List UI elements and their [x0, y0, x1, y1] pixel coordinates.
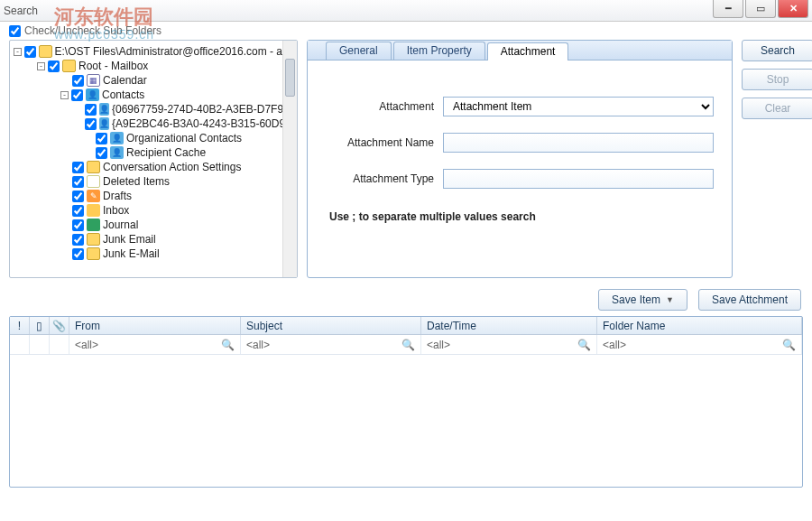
action-buttons: Search Stop Clear	[742, 40, 812, 278]
tree-check[interactable]	[72, 234, 84, 246]
attachment-select[interactable]: Attachment Item	[443, 97, 714, 116]
attachment-name-input[interactable]	[443, 133, 714, 153]
tree-label: Journal	[103, 218, 138, 232]
close-button[interactable]: ✕	[778, 0, 808, 18]
attachment-form: Attachment Attachment Item Attachment Na…	[308, 60, 732, 232]
col-subject[interactable]: Subject	[241, 317, 421, 334]
tab-item-property[interactable]: Item Property	[393, 42, 485, 60]
filter-from[interactable]: <all>🔍	[69, 335, 241, 354]
search-icon: 🔍	[782, 339, 796, 351]
search-icon: 🔍	[401, 339, 415, 351]
check-sub-folders-label: Check/Uncheck Sub Folders	[24, 24, 161, 37]
paperclip-icon: 📎	[52, 320, 66, 332]
flag-icon: ▯	[36, 320, 42, 332]
tree-label: Junk E-Mail	[103, 247, 160, 261]
col-attachment[interactable]: 📎	[50, 317, 69, 334]
tree-label: Organizational Contacts	[126, 131, 242, 145]
col-flag[interactable]: ▯	[30, 317, 50, 334]
tree-check[interactable]	[96, 147, 107, 159]
deleted-icon: ✦	[87, 175, 100, 188]
grid-header: ! ▯ 📎 From Subject Date/Time Folder Name	[10, 317, 802, 335]
person-icon: 👤	[99, 117, 109, 130]
window-buttons: ━ ▭ ✕	[713, 0, 808, 18]
tab-bar: General Item Property Attachment	[308, 41, 732, 60]
save-attachment-button[interactable]: Save Attchment	[698, 289, 801, 311]
tree-check[interactable]	[72, 75, 84, 87]
maximize-button[interactable]: ▭	[745, 0, 776, 18]
tree-label: Recipient Cache	[126, 145, 206, 160]
person-icon: 👤	[110, 146, 124, 159]
stop-button[interactable]: Stop	[742, 69, 812, 90]
title-bar: Search ━ ▭ ✕	[0, 0, 812, 22]
tree-scrollbar[interactable]	[282, 41, 297, 277]
contacts-icon: 👤	[86, 88, 99, 101]
filter-folder[interactable]: <all>🔍	[597, 335, 802, 354]
filter-date[interactable]: <all>🔍	[421, 335, 597, 354]
folder-tree[interactable]: -E:\OST Files\Administrator@office2016.c…	[10, 41, 282, 277]
attachment-type-input[interactable]	[443, 169, 714, 189]
journal-icon	[87, 219, 100, 231]
person-icon: 👤	[99, 103, 109, 116]
tree-check[interactable]	[72, 176, 84, 188]
folder-icon	[87, 233, 100, 246]
hint-text: Use ; to separate multiple values search	[326, 205, 714, 223]
chevron-down-icon: ▼	[666, 290, 674, 310]
save-buttons-row: Save Item▼ Save Attchment	[0, 284, 812, 316]
attachment-name-label: Attachment Name	[326, 136, 434, 149]
clear-button[interactable]: Clear	[742, 98, 812, 119]
tree-check[interactable]	[72, 191, 84, 202]
folder-icon	[87, 247, 100, 260]
tree-root-label: E:\OST Files\Administrator@office2016.co…	[55, 44, 283, 59]
tree-label: {06967759-274D-40B2-A3EB-D7F9	[112, 102, 282, 116]
tree-check[interactable]	[24, 46, 36, 58]
tree-check[interactable]	[72, 248, 84, 260]
sub-toolbar: Check/Uncheck Sub Folders	[0, 22, 812, 40]
tree-label: Deleted Items	[103, 174, 170, 189]
tree-check[interactable]	[72, 162, 84, 173]
tree-label: Conversation Action Settings	[103, 160, 241, 174]
tree-label: Drafts	[103, 189, 132, 203]
folder-icon	[62, 60, 76, 72]
tree-label: Inbox	[103, 203, 129, 218]
drafts-icon: ✎	[87, 190, 100, 202]
col-datetime[interactable]: Date/Time	[421, 317, 597, 334]
search-icon: 🔍	[221, 339, 235, 351]
tree-label: Calendar	[103, 73, 147, 88]
tab-general[interactable]: General	[326, 42, 392, 60]
save-item-button[interactable]: Save Item▼	[598, 289, 687, 311]
folder-tree-panel: -E:\OST Files\Administrator@office2016.c…	[9, 40, 298, 278]
folder-icon	[87, 161, 100, 173]
tree-label: Contacts	[102, 88, 144, 102]
calendar-icon: ▦	[87, 74, 100, 87]
tree-check[interactable]	[72, 219, 84, 231]
window-title: Search	[4, 5, 38, 17]
tree-label: {A9E2BC46-B3A0-4243-B315-60D9	[112, 116, 282, 131]
attachment-label: Attachment	[326, 100, 434, 113]
results-grid: ! ▯ 📎 From Subject Date/Time Folder Name…	[9, 316, 803, 488]
grid-filter-row: <all>🔍 <all>🔍 <all>🔍 <all>🔍	[10, 335, 802, 355]
col-importance[interactable]: !	[10, 317, 30, 334]
tab-attachment[interactable]: Attachment	[487, 42, 569, 60]
search-criteria-panel: General Item Property Attachment Attachm…	[307, 40, 733, 278]
tree-check[interactable]	[48, 60, 60, 72]
tree-label: Root - Mailbox	[78, 59, 148, 73]
tree-check[interactable]	[85, 118, 97, 130]
inbox-icon	[87, 204, 100, 217]
tree-label: Junk Email	[103, 232, 156, 247]
attachment-type-label: Attachment Type	[326, 172, 434, 185]
tree-check[interactable]	[96, 133, 107, 144]
search-icon: 🔍	[577, 339, 591, 351]
search-button[interactable]: Search	[742, 40, 812, 61]
disk-icon	[39, 45, 52, 58]
tree-check[interactable]	[71, 89, 83, 101]
minimize-button[interactable]: ━	[713, 0, 743, 18]
col-folder[interactable]: Folder Name	[597, 317, 802, 334]
filter-subject[interactable]: <all>🔍	[241, 335, 421, 354]
tree-check[interactable]	[85, 104, 97, 116]
check-sub-folders-checkbox[interactable]	[9, 25, 21, 37]
person-icon: 👤	[110, 132, 124, 144]
tree-check[interactable]	[72, 205, 84, 217]
col-from[interactable]: From	[69, 317, 241, 334]
